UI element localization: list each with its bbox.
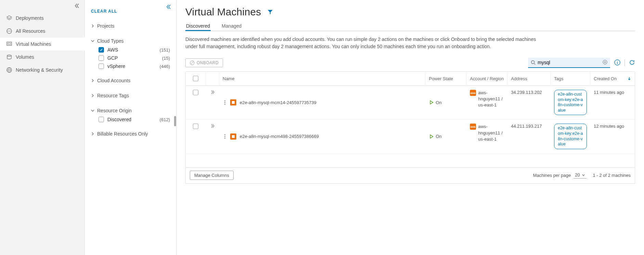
chevron-double-left-icon [74, 3, 80, 9]
header-power[interactable]: Power State [425, 72, 466, 85]
svg-rect-2 [8, 43, 11, 44]
header-address[interactable]: Address [508, 72, 551, 85]
clear-all-filters[interactable]: CLEAR ALL [85, 4, 176, 18]
filter-group-label: Billable Resources Only [97, 131, 148, 137]
tag-chip: e2e-a8n-custom-key:e2e-a8n-custome-value [554, 124, 587, 149]
sidebar-item-label: All Resources [16, 28, 45, 34]
filter-option-count: (612) [160, 117, 170, 122]
row-checkbox[interactable] [186, 86, 206, 119]
filter-group-label: Resource Origin [97, 108, 132, 113]
search-clear-icon[interactable] [603, 60, 607, 66]
filter-icon[interactable] [267, 9, 273, 15]
account-region: aws-hnguyen11 / us-east-1 [478, 124, 504, 142]
table-footer: Manage Columns Machines per page 20 1 - … [185, 167, 635, 184]
header-expand [206, 72, 219, 85]
filter-group-cloud-accounts[interactable]: Cloud Accounts [91, 76, 170, 85]
filter-group-resource-origin[interactable]: Resource Origin [91, 106, 170, 115]
per-page-select[interactable]: 20 [574, 172, 587, 179]
checkbox-gcp[interactable] [98, 55, 104, 61]
vm-address: 44.211.193.217 [508, 119, 551, 153]
table-row: e2e-a8n-mysql-mcm498-245597386669 On aws… [186, 119, 635, 153]
sidebar-item-label: Virtual Machines [16, 41, 51, 47]
filter-option-label: vSphere [107, 63, 125, 69]
created-time: 11 minutes ago [590, 86, 635, 119]
vm-row-icon [230, 99, 236, 105]
header-created[interactable]: Created On [590, 72, 635, 85]
pagination-range: 1 - 2 of 2 machines [593, 173, 631, 178]
chevron-down-icon [91, 39, 94, 43]
vm-name[interactable]: e2e-a8n-mysql-mcm14-245597735739 [240, 100, 316, 105]
vm-name[interactable]: e2e-a8n-mysql-mcm498-245597386669 [240, 134, 319, 139]
checkbox-discovered[interactable] [98, 117, 104, 122]
volumes-icon [6, 54, 12, 60]
created-time: 12 minutes ago [590, 119, 635, 153]
filter-group-billable[interactable]: Billable Resources Only [91, 129, 170, 139]
tag-chip: e2e-a8n-custom-key:e2e-a8n-custome-value [554, 90, 587, 115]
filter-option-count: (151) [160, 47, 170, 53]
divider [625, 59, 625, 66]
row-checkbox[interactable] [186, 119, 206, 153]
svg-point-6 [531, 61, 535, 64]
header-tags[interactable]: Tags [551, 72, 590, 85]
page-description: Discovered machines are identified when … [185, 36, 541, 50]
row-actions-menu[interactable] [223, 134, 227, 139]
filter-group-label: Cloud Types [97, 38, 124, 44]
sidebar-item-networking[interactable]: Networking & Security [0, 63, 84, 76]
vm-icon [6, 41, 12, 47]
power-state: On [436, 134, 442, 139]
page-title: Virtual Machines [185, 6, 261, 18]
manage-columns-button[interactable]: Manage Columns [190, 171, 234, 180]
aws-badge-icon: aws [470, 124, 476, 130]
resources-icon [6, 28, 12, 34]
header-created-label: Created On [594, 76, 617, 81]
expand-row-button[interactable] [210, 124, 215, 129]
onboard-button[interactable]: ONBOARD [185, 58, 223, 67]
filter-option-count: (446) [160, 64, 170, 69]
per-page-value: 20 [575, 172, 580, 178]
filter-group-label: Cloud Accounts [97, 78, 130, 83]
filter-option-discovered[interactable]: Discovered (612) [91, 115, 170, 124]
sidebar-item-label: Volumes [16, 54, 34, 60]
filter-option-gcp[interactable]: GCP (15) [91, 54, 170, 62]
sidebar: Deployments All Resources Virtual Machin… [0, 0, 85, 255]
vm-address: 34.239.113.202 [508, 86, 551, 119]
filter-option-label: GCP [107, 55, 118, 61]
chevron-right-icon [91, 79, 94, 82]
deployments-icon [6, 15, 12, 21]
search-field[interactable] [528, 58, 610, 68]
refresh-button[interactable] [629, 59, 635, 67]
header-name[interactable]: Name [219, 72, 425, 85]
filter-group-resource-tags[interactable]: Resource Tags [91, 91, 170, 100]
search-input[interactable] [536, 59, 603, 66]
filter-option-label: AWS [107, 47, 118, 53]
tab-managed[interactable]: Managed [221, 21, 242, 31]
filter-option-label: Discovered [107, 117, 131, 122]
info-icon[interactable] [614, 59, 620, 67]
sidebar-item-all-resources[interactable]: All Resources [0, 25, 84, 38]
main-content: Virtual Machines Discovered Managed Disc… [176, 0, 644, 255]
sidebar-item-deployments[interactable]: Deployments [0, 12, 84, 25]
checkbox-aws[interactable] [98, 47, 104, 53]
search-icon [531, 60, 536, 65]
checkbox-vsphere[interactable] [98, 63, 104, 69]
vm-row-icon [230, 133, 236, 140]
filter-group-cloud-types[interactable]: Cloud Types [91, 36, 170, 46]
filter-option-aws[interactable]: AWS (151) [91, 46, 170, 54]
sort-down-icon [627, 76, 631, 81]
sidebar-item-volumes[interactable]: Volumes [0, 51, 84, 63]
expand-row-button[interactable] [210, 90, 215, 96]
filter-group-projects[interactable]: Projects [91, 21, 170, 31]
chevron-down-icon [91, 109, 94, 112]
header-account[interactable]: Account / Region [466, 72, 508, 85]
filter-collapse-toggle[interactable] [166, 4, 171, 11]
chevron-right-icon [91, 24, 94, 28]
tab-discovered[interactable]: Discovered [185, 21, 211, 31]
filter-option-vsphere[interactable]: vSphere (446) [91, 62, 170, 70]
sidebar-collapse-toggle[interactable] [0, 0, 84, 12]
header-select-all[interactable] [186, 72, 206, 85]
row-actions-menu[interactable] [223, 100, 227, 105]
power-on-icon [429, 134, 434, 139]
scrollbar[interactable] [174, 116, 176, 126]
power-on-icon [429, 100, 434, 105]
sidebar-item-virtual-machines[interactable]: Virtual Machines [0, 38, 85, 51]
